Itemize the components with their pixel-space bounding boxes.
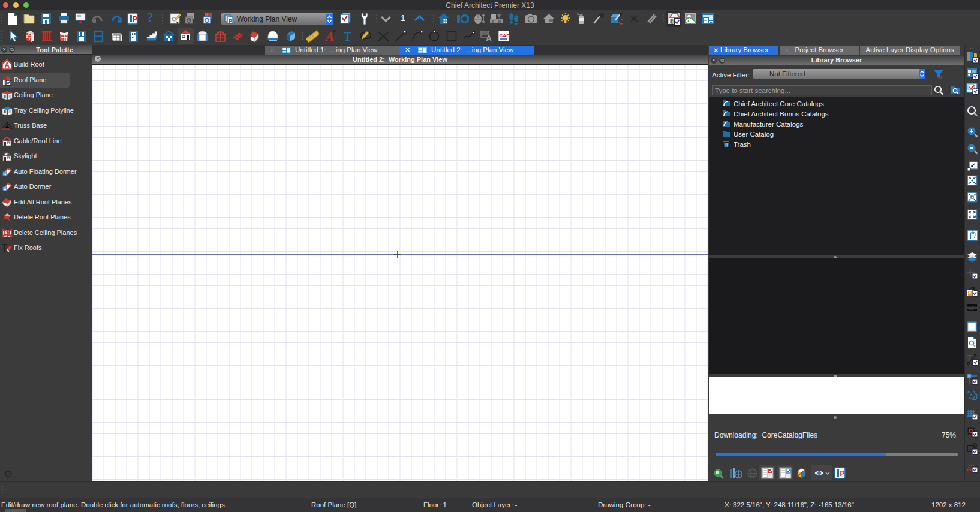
svg-text:T: T [344,30,352,43]
svg-text:P: P [133,15,137,23]
svg-text:P: P [840,469,845,478]
svg-text:A: A [5,61,10,70]
svg-text:P: P [229,18,232,24]
svg-text:A: A [486,34,492,43]
svg-text:CAD: CAD [500,33,510,38]
svg-text:c2: c2 [969,306,974,311]
svg-text:A: A [325,30,334,43]
svg-text:+: + [939,73,943,80]
